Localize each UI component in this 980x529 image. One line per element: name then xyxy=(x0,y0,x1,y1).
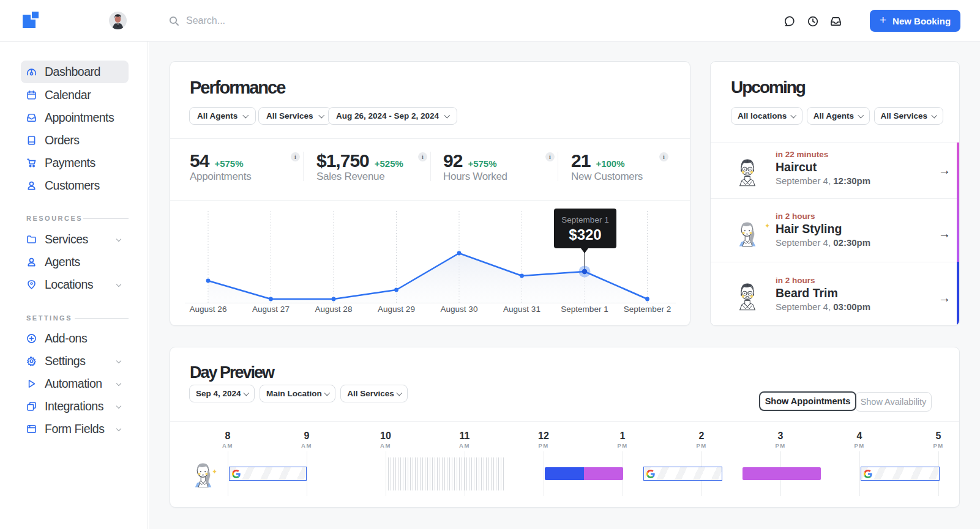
svg-text:September 1: September 1 xyxy=(561,215,608,224)
svg-text:August 27: August 27 xyxy=(252,305,290,314)
svg-text:August 28: August 28 xyxy=(315,305,353,314)
svg-text:August 30: August 30 xyxy=(441,305,478,314)
svg-text:August 26: August 26 xyxy=(190,305,227,314)
svg-text:$320: $320 xyxy=(569,226,601,243)
svg-text:August 31: August 31 xyxy=(503,305,540,314)
svg-text:September 2: September 2 xyxy=(624,305,671,314)
svg-text:August 29: August 29 xyxy=(378,305,415,314)
svg-text:September 1: September 1 xyxy=(561,305,608,314)
